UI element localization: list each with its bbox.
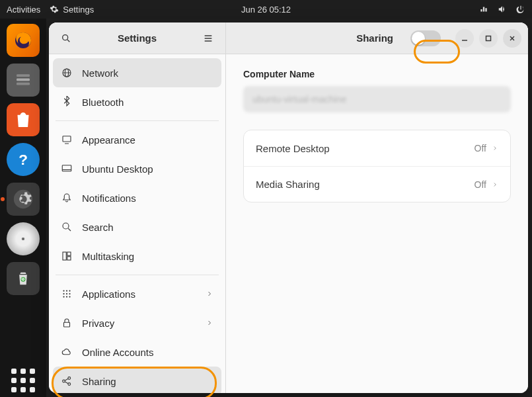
grid-icon bbox=[61, 288, 73, 300]
svg-point-33 bbox=[63, 296, 64, 297]
sidebar-item-ubuntu-desktop[interactable]: Ubuntu Desktop bbox=[53, 154, 221, 183]
sharing-row-media-sharing[interactable]: Media SharingOff bbox=[244, 166, 510, 202]
gear-icon bbox=[12, 188, 34, 210]
maximize-icon bbox=[484, 34, 492, 42]
svg-point-32 bbox=[69, 293, 70, 294]
sidebar-item-appearance[interactable]: Appearance bbox=[53, 125, 221, 154]
app-menu-label: Settings bbox=[63, 5, 94, 15]
sharing-row-remote-desktop[interactable]: Remote DesktopOff bbox=[244, 130, 510, 166]
sidebar-item-label: Privacy bbox=[82, 318, 114, 329]
svg-text:?: ? bbox=[19, 152, 28, 168]
sidebar-list: NetworkBluetoothAppearanceUbuntu Desktop… bbox=[49, 54, 225, 393]
display-icon bbox=[61, 134, 73, 146]
svg-point-28 bbox=[66, 290, 67, 291]
sidebar-item-search[interactable]: Search bbox=[53, 212, 221, 242]
svg-point-31 bbox=[66, 293, 67, 294]
close-icon bbox=[508, 34, 516, 42]
cloud-icon bbox=[61, 346, 73, 358]
maximize-button[interactable] bbox=[479, 29, 498, 48]
dock-settings[interactable] bbox=[7, 183, 40, 216]
sidebar-item-label: Multitasking bbox=[82, 251, 134, 262]
firefox-icon bbox=[13, 30, 34, 51]
svg-point-27 bbox=[63, 290, 64, 291]
dock-firefox[interactable] bbox=[7, 24, 40, 57]
sidebar-item-label: Sharing bbox=[82, 376, 116, 387]
svg-line-11 bbox=[67, 40, 69, 42]
svg-text:A: A bbox=[20, 116, 26, 126]
search-icon bbox=[61, 221, 73, 233]
sharing-master-toggle[interactable] bbox=[410, 30, 441, 46]
svg-rect-25 bbox=[67, 252, 71, 255]
sidebar-item-applications[interactable]: Applications bbox=[53, 279, 221, 308]
dock-show-apps[interactable] bbox=[7, 364, 40, 397]
computer-name-label: Computer Name bbox=[243, 69, 511, 79]
sidebar-item-label: Online Accounts bbox=[82, 347, 153, 358]
sidebar-item-notifications[interactable]: Notifications bbox=[53, 183, 221, 212]
dock-software[interactable]: A bbox=[7, 103, 40, 136]
svg-point-8 bbox=[22, 238, 24, 240]
sidebar-item-label: Bluetooth bbox=[82, 97, 124, 108]
dock: A ? bbox=[0, 19, 46, 397]
app-menu[interactable]: Settings bbox=[50, 5, 94, 15]
sidebar-item-multitasking[interactable]: Multitasking bbox=[53, 242, 221, 271]
svg-point-30 bbox=[63, 293, 64, 294]
menu-button[interactable] bbox=[199, 29, 217, 48]
globe-icon bbox=[61, 67, 73, 79]
top-panel: Activities Settings Jun 26 05:12 bbox=[0, 0, 532, 19]
sidebar-item-label: Ubuntu Desktop bbox=[82, 163, 153, 175]
bluetooth-icon bbox=[61, 96, 73, 108]
settings-sidebar: Settings NetworkBluetoothAppearanceUbunt… bbox=[49, 22, 226, 393]
svg-rect-18 bbox=[63, 136, 71, 142]
sidebar-item-sharing[interactable]: Sharing bbox=[53, 367, 221, 393]
dock-disc[interactable] bbox=[7, 222, 40, 255]
svg-rect-1 bbox=[17, 74, 30, 77]
svg-rect-2 bbox=[17, 79, 30, 81]
sidebar-title: Settings bbox=[81, 32, 194, 44]
dock-trash[interactable] bbox=[7, 262, 40, 295]
svg-line-41 bbox=[65, 382, 68, 384]
search-icon bbox=[61, 33, 71, 44]
svg-point-34 bbox=[66, 296, 67, 297]
minimize-button[interactable] bbox=[455, 29, 474, 48]
row-state: Off bbox=[475, 179, 486, 190]
volume-icon[interactable] bbox=[498, 5, 507, 14]
svg-rect-43 bbox=[486, 36, 491, 40]
sidebar-item-label: Notifications bbox=[82, 193, 136, 204]
hamburger-icon bbox=[203, 33, 213, 44]
row-label: Media Sharing bbox=[256, 179, 475, 190]
sidebar-item-network[interactable]: Network bbox=[53, 58, 221, 87]
bell-icon bbox=[61, 192, 73, 204]
desktop-icon bbox=[61, 163, 73, 175]
sidebar-item-bluetooth[interactable]: Bluetooth bbox=[53, 87, 221, 116]
sidebar-separator bbox=[56, 275, 219, 275]
power-icon[interactable] bbox=[516, 5, 525, 14]
dock-files[interactable] bbox=[7, 64, 40, 97]
row-label: Remote Desktop bbox=[256, 143, 475, 154]
sidebar-separator bbox=[56, 120, 219, 121]
clock[interactable]: Jun 26 05:12 bbox=[241, 5, 291, 15]
dock-help[interactable]: ? bbox=[7, 143, 40, 176]
content-title: Sharing bbox=[233, 32, 405, 44]
help-icon: ? bbox=[13, 150, 33, 169]
close-button[interactable] bbox=[503, 29, 521, 48]
activities-button[interactable]: Activities bbox=[7, 5, 40, 15]
sidebar-item-label: Applications bbox=[82, 288, 135, 300]
settings-window: Settings NetworkBluetoothAppearanceUbunt… bbox=[49, 22, 528, 393]
svg-rect-24 bbox=[63, 252, 66, 260]
chevron-right-icon bbox=[492, 180, 498, 189]
gear-icon bbox=[50, 5, 59, 14]
minimize-icon bbox=[461, 34, 469, 42]
share-icon bbox=[61, 375, 73, 387]
sidebar-item-online-accounts[interactable]: Online Accounts bbox=[53, 337, 221, 367]
computer-name-field[interactable]: ubuntu-virtual-machine bbox=[243, 86, 511, 112]
search-button[interactable] bbox=[57, 29, 75, 48]
svg-point-37 bbox=[63, 380, 65, 382]
svg-line-23 bbox=[68, 228, 71, 231]
sidebar-item-privacy[interactable]: Privacy bbox=[53, 308, 221, 337]
settings-content: Sharing Computer Name ubuntu-virtual-mac… bbox=[226, 22, 528, 393]
svg-point-38 bbox=[68, 377, 71, 380]
chevron-right-icon bbox=[206, 290, 213, 298]
svg-point-22 bbox=[63, 223, 69, 229]
network-icon[interactable] bbox=[479, 5, 488, 14]
sidebar-header: Settings bbox=[49, 22, 225, 54]
